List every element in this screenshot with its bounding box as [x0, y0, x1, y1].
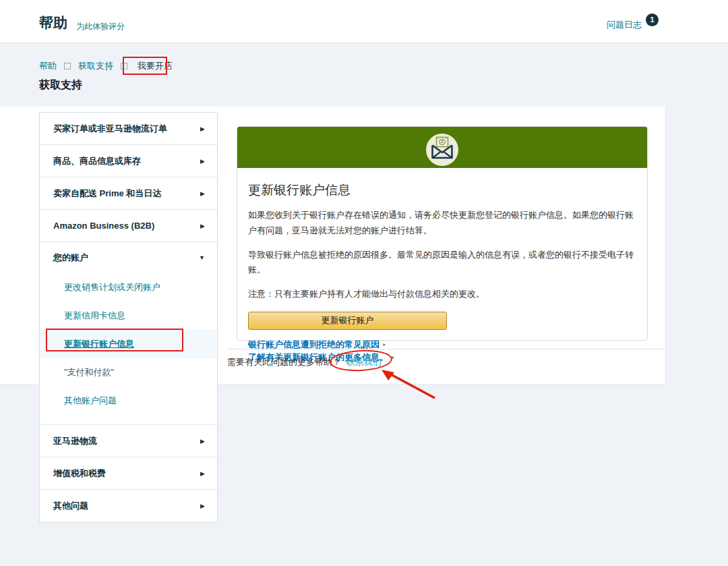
sidebar-item-amazon-business[interactable]: Amazon Business (B2B) ▶: [40, 210, 217, 242]
page-title: 获取支持: [39, 78, 82, 92]
caret-right-icon: ‣: [382, 341, 386, 349]
article-paragraph: 如果您收到关于银行账户存在错误的通知，请务必尽快更新您登记的银行账户信息。如果您…: [248, 208, 636, 239]
chevron-right-icon: ▶: [200, 125, 205, 132]
chevron-down-icon: ▼: [199, 254, 205, 261]
more-help-row: 需要有关此问题的更多帮助？ 联系我们: [227, 356, 382, 368]
article-body: 更新银行账户信息 如果您收到关于银行账户存在错误的通知，请务必尽快更新您登记的银…: [237, 168, 647, 364]
envelope-money-icon: [425, 133, 459, 167]
breadcrumb-sell-on-amazon[interactable]: 我要开店: [135, 59, 175, 74]
chevron-right-icon: ▶: [200, 158, 205, 165]
issue-log-link[interactable]: 问题日志: [607, 19, 642, 31]
chevron-right-icon: ▶: [200, 438, 205, 445]
sidebar-subitem-other-account-issues[interactable]: 其他账户问题: [40, 387, 217, 415]
rate-experience-link[interactable]: 为此体验评分: [76, 21, 125, 32]
more-help-prompt: 需要有关此问题的更多帮助？: [227, 357, 341, 367]
header-bar: 帮助 为此体验评分 问题日志 1: [0, 0, 728, 43]
chevron-right-icon: ▶: [200, 503, 205, 509]
breadcrumb-support-link[interactable]: 获取支持: [78, 60, 113, 72]
sidebar-subitem-payments[interactable]: "支付和付款": [40, 358, 217, 387]
article-note: 注意：只有主要账户持有人才能做出与付款信息相关的更改。: [248, 287, 636, 302]
chevron-right-icon: ▶: [200, 223, 205, 229]
your-account-submenu: 更改销售计划或关闭账户 更新信用卡信息 更新银行账户信息 "支付和付款" 其他账…: [40, 273, 217, 424]
sidebar-subitem-change-plan[interactable]: 更改销售计划或关闭账户: [40, 273, 217, 302]
contact-us-link[interactable]: 联系我们: [346, 357, 382, 367]
chevron-right-icon: ▶: [200, 470, 205, 477]
sidebar-item-seller-fulfilled-prime[interactable]: 卖家自配送 Prime 和当日达 ▶: [40, 177, 217, 210]
breadcrumb-help-link[interactable]: 帮助: [39, 60, 57, 72]
breadcrumb-separator-icon: [64, 63, 71, 69]
update-bank-account-button[interactable]: 更新银行账户: [248, 312, 447, 330]
sidebar-section-your-account: 您的账户 ▼ 更改销售计划或关闭账户 更新信用卡信息 更新银行账户信息 "支付和…: [40, 242, 217, 425]
sidebar-item-vat-taxes[interactable]: 增值税和税费 ▶: [40, 457, 217, 490]
help-article-card: 更新银行账户信息 如果您收到关于银行账户存在错误的通知，请务必尽快更新您登记的银…: [237, 126, 648, 341]
content-divider: [227, 349, 666, 349]
sidebar-item-fba[interactable]: 亚马逊物流 ▶: [40, 425, 217, 457]
breadcrumb-separator-icon: [121, 63, 127, 69]
article-banner: [237, 127, 647, 168]
issue-log-count-badge[interactable]: 1: [646, 13, 659, 26]
caret-right-icon: ‣: [391, 354, 395, 362]
article-paragraph: 导致银行账户信息被拒绝的原因很多。最常见的原因是输入的信息有误，或者您的银行不接…: [248, 248, 636, 279]
sidebar-subitem-update-bank-account[interactable]: 更新银行账户信息: [40, 330, 217, 358]
page-header-title: 帮助: [39, 13, 67, 32]
sidebar-item-other-issues[interactable]: 其他问题 ▶: [40, 490, 217, 522]
breadcrumb: 帮助 获取支持 我要开店: [39, 60, 175, 72]
help-topics-sidebar: 买家订单或非亚马逊物流订单 ▶ 商品、商品信息或库存 ▶ 卖家自配送 Prime…: [39, 112, 218, 523]
sidebar-item-products-listings[interactable]: 商品、商品信息或库存 ▶: [40, 145, 217, 177]
chevron-right-icon: ▶: [200, 190, 205, 197]
sidebar-subitem-update-credit-card[interactable]: 更新信用卡信息: [40, 302, 217, 330]
sidebar-item-your-account[interactable]: 您的账户 ▼: [40, 242, 217, 273]
sidebar-item-buyer-orders[interactable]: 买家订单或非亚马逊物流订单 ▶: [40, 113, 217, 145]
article-title: 更新银行账户信息: [248, 181, 636, 199]
